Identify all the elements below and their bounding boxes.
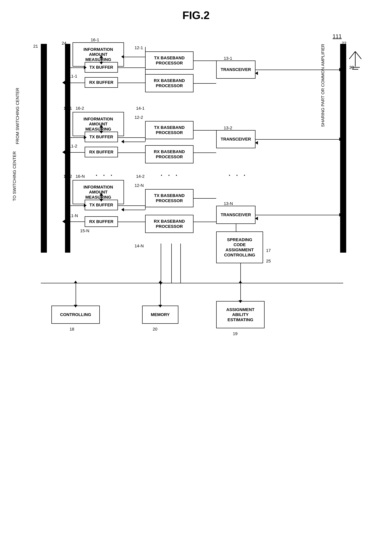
vline-14-n (180, 243, 181, 283)
line-assign-bus (240, 283, 241, 301)
arr-bus-mem (158, 281, 162, 283)
label-25: 25 (266, 259, 271, 264)
line-rxb1-rxbb1 (118, 83, 145, 83)
controlling: CONTROLLING (51, 306, 100, 324)
label-12-2: 12-2 (134, 115, 143, 120)
arr-right-trx1 (255, 71, 258, 75)
ellipsis2: · · · (160, 170, 179, 180)
rx-baseband-1: RX BASEBANDPROCESSOR (145, 74, 194, 92)
antenna-svg (346, 39, 364, 70)
arrow-assign (238, 300, 242, 303)
line-bar-rxb2 (65, 152, 85, 153)
rx-buffer-1: RX BUFFER (85, 77, 118, 88)
line-txbbn-trxn (194, 198, 216, 199)
label-16-n: 16-N (76, 174, 85, 179)
line-spread-bus (240, 263, 241, 283)
fb-arrow-1 (121, 55, 124, 58)
rx-baseband-n: RX BASEBANDPROCESSOR (145, 215, 194, 233)
tx-baseband-n: TX BASEBANDPROCESSOR (145, 189, 194, 207)
line-tb1-txbb1 (118, 67, 145, 68)
arr-bus-ctrl (74, 281, 77, 283)
label-from-switching: FROM SWITCHING CENTER (15, 88, 20, 144)
fb-arrow-2 (121, 140, 124, 143)
line-bar-txb1 (70, 67, 85, 68)
transceiver-1: TRANSCEIVER (216, 61, 255, 79)
arrow-mem (158, 305, 162, 307)
ref-111: 111 (333, 33, 342, 40)
label-to-switching: TO SWITCHING CENTER (12, 151, 17, 201)
fb-vline-2 (145, 131, 146, 142)
ref-23: 23 (349, 65, 354, 70)
line-trxn-spread (236, 224, 236, 231)
label-20: 20 (153, 327, 157, 332)
svg-line-1 (349, 51, 355, 59)
arr-trx1-right (339, 68, 342, 71)
line-bar-txbn (70, 206, 85, 206)
line-txbb2-trx2 (194, 130, 216, 131)
arr-bar-rxb2 (62, 150, 65, 154)
line-trx1-rbar (255, 70, 340, 70)
label-14-n: 14-N (134, 243, 144, 248)
svg-line-2 (355, 51, 361, 59)
label-13-n: 13-N (224, 201, 233, 206)
line-tbn-txbbn (118, 206, 145, 206)
fb-line-n (124, 210, 145, 210)
rx-baseband-2: RX BASEBANDPROCESSOR (145, 145, 194, 163)
tx-baseband-2: TX BASEBANDPROCESSOR (145, 121, 194, 139)
ellipsis3: · · · (228, 170, 247, 180)
diagram: FIG.2 111 INFORMATIONAMOUNTMEASURING 16-… (0, 0, 392, 549)
label-17: 17 (266, 248, 271, 253)
transceiver-n: TRANSCEIVER (216, 206, 255, 224)
line-bar-rxb1 (65, 83, 85, 83)
line-trxn-rbar (255, 215, 340, 215)
vline-txbb (145, 47, 146, 80)
label-14-1: 14-1 (136, 106, 145, 111)
arr-right-trxn (255, 217, 258, 220)
line-tb2-txbb2 (118, 137, 145, 138)
line-rxbbn-trxn (194, 222, 216, 222)
arr-imn-down (99, 199, 103, 202)
right-bar-22 (340, 44, 346, 253)
arr-bar-rxbn (62, 220, 65, 223)
rx-buffer-n: RX BUFFER (85, 216, 118, 227)
fb-arrow-n (121, 208, 124, 212)
arr-imn-up (99, 193, 103, 196)
arr-im2-up (99, 125, 103, 128)
label-mux: MUX (67, 159, 71, 168)
vline-14-2 (171, 243, 172, 283)
label-14-2: 14-2 (136, 174, 145, 179)
line-rxbb2-trx2 (194, 152, 216, 153)
assignment-ability: ASSIGNMENTABILITYESTIMATING (216, 301, 265, 328)
line-trx2-rbar (255, 139, 340, 140)
line-mem-bus (160, 283, 161, 306)
demux-mux-bar (65, 44, 70, 253)
ellipsis: · · · (95, 170, 114, 180)
arr-bar-txbn (84, 204, 87, 207)
ref-21: 21 (33, 44, 38, 49)
label-12-n: 12-N (134, 183, 144, 188)
label-15-n: 15-N (80, 228, 89, 233)
line-txbb1-trx1 (194, 61, 216, 61)
label-13-2: 13-2 (224, 126, 232, 130)
label-16-1: 16-1 (91, 37, 99, 42)
line-bar-txb2 (70, 137, 85, 138)
line-rxbb1-trx1 (194, 83, 216, 84)
arr-bar-txb1 (84, 66, 87, 69)
ref-22: 22 (342, 41, 346, 46)
label-sharing: SHARING PART OR COMMON AMPLIFIER (321, 44, 325, 127)
tx-baseband-1: TX BASEBANDPROCESSOR (145, 51, 194, 70)
label-16-2: 16-2 (76, 106, 84, 111)
transceiver-2: TRANSCEIVER (216, 130, 255, 148)
vconn-im1-tb1 (101, 57, 102, 62)
fb-vline-n (145, 199, 146, 210)
rx-buffer-2: RX BUFFER (85, 147, 118, 157)
arr-im2-down (99, 131, 103, 134)
vline-14-1 (161, 243, 161, 283)
line-rxb2-rxbb2 (118, 152, 145, 153)
arr-bar-rxb1 (62, 81, 65, 84)
line-bar-rxbn (65, 221, 85, 222)
arr-trx2-right (339, 137, 342, 141)
label-13-1: 13-1 (224, 56, 232, 61)
label-18: 18 (70, 327, 74, 332)
ref-24: 24 (62, 41, 66, 46)
